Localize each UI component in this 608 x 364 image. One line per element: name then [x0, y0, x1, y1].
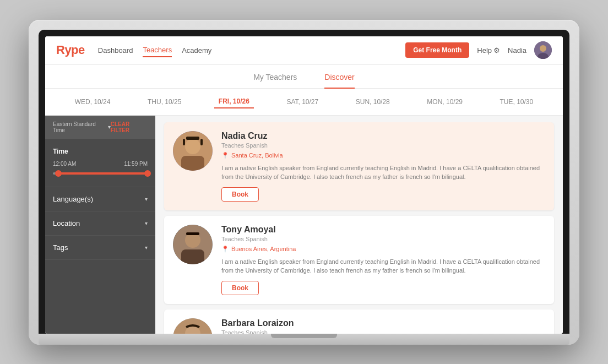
date-tue[interactable]: TUE, 10/30 [496, 96, 538, 108]
teacher-name-tony: Tony Amoyal [221, 225, 545, 235]
teacher-bio-tony: I am a native English speaker from Engla… [221, 257, 545, 275]
nav-links: Dashboard Teachers Academy [98, 44, 405, 57]
svg-point-4 [185, 139, 200, 154]
screen-bezel: Rype Dashboard Teachers Academy Get Free… [39, 30, 569, 334]
user-avatar[interactable] [534, 41, 552, 59]
chevron-down-icon: ▾ [145, 220, 148, 226]
user-name: Nadia [508, 46, 526, 55]
range-thumb-right[interactable] [144, 170, 151, 177]
timezone-bar: Eastern Standard Time ▾ CLEAR FILTER [45, 116, 155, 139]
svg-rect-5 [181, 156, 204, 171]
teacher-subject-nadia: Teaches Spanish [221, 142, 545, 149]
sidebar: Eastern Standard Time ▾ CLEAR FILTER Tim… [45, 116, 155, 334]
nav-dashboard[interactable]: Dashboard [98, 44, 133, 57]
teacher-card-tony: Tony Amoyal Teaches Spanish 📍 Buenos Air… [164, 216, 554, 304]
svg-rect-8 [200, 139, 203, 145]
range-fill [58, 172, 148, 175]
teacher-info-barbara: Barbara Loraizon Teaches Spanish 📍 Bueno… [221, 318, 545, 334]
teacher-subject-barbara: Teaches Spanish [221, 329, 545, 334]
app-container: Rype Dashboard Teachers Academy Get Free… [45, 36, 563, 334]
svg-rect-7 [183, 139, 185, 145]
nav-academy[interactable]: Academy [182, 44, 211, 57]
range-thumb-left[interactable] [55, 170, 62, 177]
laptop-notch [271, 334, 337, 338]
teacher-location-nadia: 📍 Santa Cruz, Bolivia [221, 152, 545, 159]
svg-rect-12 [186, 232, 199, 235]
location-pin-icon: 📍 [221, 152, 229, 159]
date-bar: WED, 10/24 THU, 10/25 FRI, 10/26 SAT, 10… [45, 89, 563, 116]
filter-tags[interactable]: Tags ▾ [45, 236, 155, 260]
laptop-screen: Rype Dashboard Teachers Academy Get Free… [45, 36, 563, 334]
book-button-nadia[interactable]: Book [221, 187, 259, 202]
nav-teachers[interactable]: Teachers [143, 44, 172, 57]
filter-languages-label: Language(s) [53, 195, 93, 203]
date-wed[interactable]: WED, 10/24 [70, 96, 115, 108]
date-fri[interactable]: FRI, 10/26 [214, 95, 254, 108]
tab-my-teachers[interactable]: My Teachers [253, 73, 297, 88]
date-sun[interactable]: SUN, 10/28 [351, 96, 394, 108]
clear-filter-button[interactable]: CLEAR FILTER [111, 121, 148, 133]
teacher-location-text-nadia: Santa Cruz, Bolivia [231, 152, 283, 159]
header-right: Get Free Month Help ⚙ Nadia [405, 41, 552, 59]
filter-languages[interactable]: Language(s) ▾ [45, 187, 155, 211]
date-mon[interactable]: MON, 10/29 [422, 96, 467, 108]
date-sat[interactable]: SAT, 10/27 [282, 96, 323, 108]
teacher-avatar-nadia [173, 131, 213, 171]
teacher-subject-tony: Teaches Spanish [221, 236, 545, 242]
timezone-label: Eastern Standard Time [53, 121, 106, 133]
teacher-avatar-barbara [173, 318, 213, 334]
timezone-text[interactable]: Eastern Standard Time ▾ [53, 121, 111, 133]
filter-location[interactable]: Location ▾ [45, 211, 155, 236]
teacher-bio-nadia: I am a native English speaker from Engla… [221, 164, 545, 182]
date-thu[interactable]: THU, 10/25 [143, 96, 186, 108]
teacher-name-barbara: Barbara Loraizon [221, 318, 545, 328]
teacher-card-barbara: Barbara Loraizon Teaches Spanish 📍 Bueno… [164, 309, 554, 334]
time-end-label: 11:59 PM [124, 161, 148, 167]
chevron-down-icon: ▾ [145, 196, 148, 202]
chevron-down-icon: ▾ [145, 245, 148, 251]
tabs-bar: My Teachers Discover [45, 65, 563, 89]
filter-location-label: Location [53, 219, 80, 227]
time-range-slider[interactable] [53, 172, 148, 175]
time-start-label: 12:00 AM [53, 161, 76, 167]
svg-rect-11 [181, 249, 204, 264]
help-link[interactable]: Help ⚙ [477, 46, 500, 55]
laptop-base [39, 334, 569, 345]
laptop-frame: Rype Dashboard Teachers Academy Get Free… [29, 20, 579, 345]
filter-tags-label: Tags [53, 243, 68, 252]
teacher-location-text-tony: Buenos Aires, Argentina [231, 246, 296, 252]
teacher-avatar-tony [173, 225, 213, 264]
help-icon: ⚙ [493, 46, 500, 55]
logo: Rype [56, 43, 85, 57]
header: Rype Dashboard Teachers Academy Get Free… [45, 36, 563, 65]
svg-point-1 [540, 45, 546, 52]
get-free-button[interactable]: Get Free Month [405, 42, 469, 58]
time-section: Time 12:00 AM 11:59 PM [45, 139, 155, 187]
svg-rect-6 [186, 137, 199, 140]
content-area: Eastern Standard Time ▾ CLEAR FILTER Tim… [45, 116, 563, 334]
time-range-labels: 12:00 AM 11:59 PM [53, 161, 148, 167]
teacher-name-nadia: Nadia Cruz [221, 131, 545, 141]
teacher-info-tony: Tony Amoyal Teaches Spanish 📍 Buenos Air… [221, 225, 545, 295]
book-button-tony[interactable]: Book [221, 281, 259, 295]
teacher-location-tony: 📍 Buenos Aires, Argentina [221, 246, 545, 253]
time-label: Time [53, 148, 148, 155]
main-content: Nadia Cruz Teaches Spanish 📍 Santa Cruz,… [155, 116, 563, 334]
tab-discover[interactable]: Discover [324, 73, 354, 88]
teacher-card-nadia: Nadia Cruz Teaches Spanish 📍 Santa Cruz,… [164, 122, 554, 210]
help-label: Help [477, 46, 492, 55]
teacher-info-nadia: Nadia Cruz Teaches Spanish 📍 Santa Cruz,… [221, 131, 545, 202]
location-pin-icon: 📍 [221, 246, 229, 253]
